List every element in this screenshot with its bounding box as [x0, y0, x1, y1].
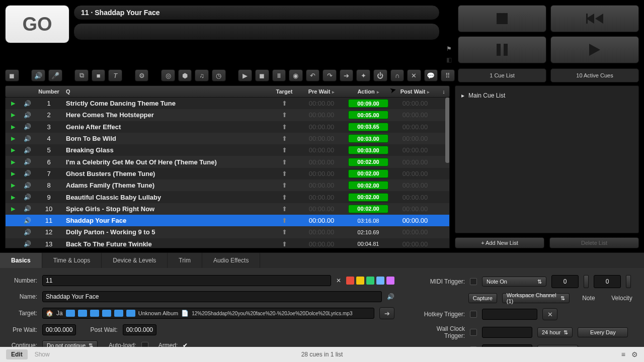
tool-loop-icon[interactable]: ∩ — [390, 69, 405, 81]
midi-note-field[interactable]: 0 — [551, 275, 579, 288]
audition-icon[interactable]: 🔊 — [387, 293, 394, 300]
cue-row[interactable]: ▶🔊7Ghost Busters (Theme Tune)⬆00:00.0000… — [6, 168, 449, 179]
tool-stop2-icon[interactable]: ◼ — [255, 69, 269, 81]
col-prewait[interactable]: Pre Wait — [298, 88, 345, 95]
flag-dim-icon[interactable]: ◧ — [446, 56, 452, 63]
tool-play-icon[interactable]: ▶ — [238, 69, 252, 81]
number-field[interactable]: 11 — [42, 275, 331, 286]
target-icon[interactable]: ⬆ — [270, 182, 298, 189]
inspector-tab-device-levels[interactable]: Device & Levels — [102, 253, 168, 268]
target-icon[interactable]: ⬆ — [270, 146, 298, 154]
tool-record-icon[interactable]: ◎ — [161, 69, 175, 81]
settings-icon[interactable]: ⚙ — [631, 350, 638, 358]
tool-x-icon[interactable]: ✕ — [407, 69, 421, 81]
target-icon[interactable]: ⬆ — [270, 228, 298, 236]
target-icon[interactable]: ⬆ — [270, 194, 298, 201]
midi-type-select[interactable]: Note On⇅ — [482, 277, 546, 287]
target-icon[interactable]: ⬆ — [270, 123, 298, 131]
action-pill[interactable]: 00:02.00 — [348, 158, 388, 166]
cue-list-tab[interactable]: 1 Cue List — [458, 68, 546, 82]
color-swatch[interactable] — [366, 277, 374, 285]
wallclock-format-select[interactable]: 24 hour⇅ — [537, 327, 573, 337]
action-pill[interactable]: 00:02.00 — [348, 181, 388, 190]
action-pill[interactable]: 00:02.00 — [348, 205, 388, 213]
tool-fader-icon[interactable]: ⚙ — [135, 69, 149, 81]
inspector-tab-trim[interactable]: Trim — [168, 253, 202, 268]
edit-button[interactable]: Edit — [6, 349, 28, 359]
tool-camera-icon[interactable]: ■ — [92, 69, 106, 81]
inspector-tab-basics[interactable]: Basics — [0, 253, 42, 268]
stop-button[interactable] — [458, 5, 546, 32]
target-icon[interactable]: ⬆ — [270, 170, 298, 177]
tool-titles-icon[interactable]: T — [108, 69, 122, 81]
hotkey-checkbox[interactable] — [470, 311, 477, 318]
action-pill[interactable]: 00:03.00 — [348, 146, 388, 154]
rewind-button[interactable] — [550, 5, 639, 32]
tool-chat-icon[interactable]: 💬 — [424, 69, 438, 81]
cue-row[interactable]: ▶🔊6I'm a Celebrity Get Me Out Of Here (T… — [6, 156, 449, 167]
cue-row[interactable]: ▶🔊10Spice Girls - Stop Right Now⬆00:00.0… — [6, 203, 449, 215]
wallclock-day-button[interactable]: Every Day — [578, 327, 628, 337]
color-swatch[interactable] — [356, 277, 364, 285]
active-cues-tab[interactable]: 10 Active Cues — [550, 68, 639, 82]
color-swatch[interactable] — [346, 277, 354, 285]
tool-undo-icon[interactable]: ↶ — [306, 69, 320, 81]
cue-row[interactable]: ▶🔊9Beautiful Classic Baby Lullaby⬆00:00.… — [6, 191, 449, 203]
tool-target-icon[interactable]: ✦ — [356, 69, 370, 81]
tool-mic-icon[interactable]: 🎤 — [48, 69, 62, 81]
name-field[interactable]: Shaddap Your Face — [42, 291, 382, 302]
pause-button[interactable] — [458, 36, 546, 63]
col-number[interactable]: Number — [34, 88, 64, 95]
cue-row[interactable]: ▶🔊3Genie After Effect⬆00:00.0000:03.6500… — [6, 121, 449, 133]
cue-row[interactable]: 🔊12Dolly Parton - Working 9 to 5⬆00:00.0… — [6, 226, 449, 238]
action-pill[interactable]: 00:02.00 — [348, 193, 388, 202]
tool-video-icon[interactable]: ⧉ — [74, 69, 89, 81]
target-icon[interactable]: ⬆ — [270, 217, 298, 224]
cue-row[interactable]: ▶🔊2Here Comes The Hotstepper⬆00:00.0000:… — [6, 109, 449, 121]
cue-row[interactable]: ▶🔊8Adams Family (Theme Tune)⬆00:00.0000:… — [6, 179, 449, 191]
tool-network-icon[interactable]: ⬢ — [178, 69, 192, 81]
delete-list-button[interactable]: Delete List — [549, 237, 639, 248]
color-swatch[interactable] — [386, 277, 394, 285]
tool-rec-icon[interactable]: ◉ — [289, 69, 303, 81]
tool-skip-icon[interactable]: ➔ — [340, 69, 354, 81]
vel-stepper[interactable] — [626, 275, 631, 288]
action-pill[interactable]: 00:03.00 — [348, 134, 388, 143]
col-postwait[interactable]: Post Wait — [392, 88, 438, 95]
tool-music-icon[interactable]: ♫ — [195, 69, 209, 81]
tool-pause-icon[interactable]: ⏸ — [272, 69, 286, 81]
action-pill[interactable]: 00:05.00 — [348, 111, 388, 119]
wallclock-checkbox[interactable] — [470, 329, 477, 336]
tool-grid-icon[interactable]: ⠿ — [441, 69, 455, 81]
color-swatch[interactable] — [376, 277, 384, 285]
list-view-icon[interactable]: ≡ — [621, 350, 625, 358]
hotkey-clear-icon[interactable]: ✕ — [542, 308, 557, 320]
cue-list[interactable]: ▶🔊1Strictly Come Dancing Theme Tune⬆00:0… — [5, 98, 450, 248]
inspector-tab-time-loops[interactable]: Time & Loops — [42, 253, 102, 268]
col-target[interactable]: Target — [270, 88, 298, 95]
target-icon[interactable]: ⬆ — [270, 158, 298, 166]
midi-vel-field[interactable]: 0 — [594, 275, 621, 288]
action-pill[interactable]: 00:02.00 — [348, 169, 388, 178]
show-button[interactable]: Show — [35, 351, 50, 358]
target-icon[interactable]: ⬆ — [270, 135, 298, 142]
wallclock-field[interactable] — [482, 327, 532, 338]
note-stepper[interactable] — [584, 275, 589, 288]
tool-power-icon[interactable]: ⏻ — [373, 69, 387, 81]
clear-icon[interactable]: ✕ — [336, 277, 341, 284]
cue-row[interactable]: ▶🔊4Born To Be Wild⬆00:00.0000:03.0000:00… — [6, 133, 449, 144]
go-button[interactable]: GO — [5, 5, 69, 43]
cue-row[interactable]: ▶🔊1Strictly Come Dancing Theme Tune⬆00:0… — [6, 98, 449, 109]
action-pill[interactable]: 00:09.00 — [348, 99, 388, 108]
main-cue-list-item[interactable]: ▸Main Cue List — [459, 90, 634, 101]
target-path[interactable]: 🏠Ja Unknown Album 📄12%20Shaddap%20you%20… — [42, 308, 374, 319]
action-pill[interactable]: 00:03.65 — [348, 123, 388, 131]
target-icon[interactable]: ⬆ — [270, 100, 298, 107]
capture-button[interactable]: Capture — [468, 293, 497, 303]
tool-timecode-icon[interactable]: ◷ — [212, 69, 226, 81]
tool-stop-icon[interactable]: ◼ — [5, 69, 19, 81]
target-icon[interactable]: ⬆ — [270, 240, 298, 248]
cue-row[interactable]: ▶🔊5Breaking Glass⬆00:00.0000:03.0000:00.… — [6, 144, 449, 156]
tool-redo-icon[interactable]: ↷ — [323, 69, 337, 81]
col-action[interactable]: Action — [345, 88, 392, 95]
